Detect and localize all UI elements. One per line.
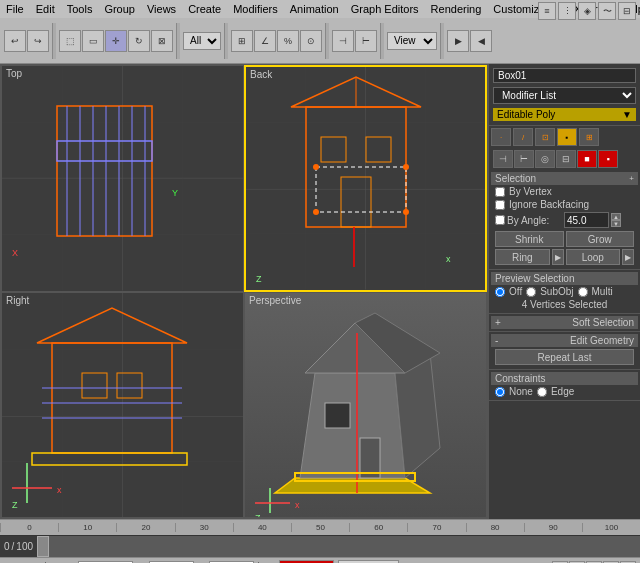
render-scene-btn[interactable]: ▶	[447, 30, 469, 52]
redo-btn[interactable]: ↪	[27, 30, 49, 52]
menu-tools[interactable]: Tools	[61, 3, 99, 15]
ignore-backfacing-checkbox[interactable]	[495, 200, 505, 210]
by-vertex-checkbox[interactable]	[495, 187, 505, 197]
menu-group[interactable]: Group	[98, 3, 141, 15]
menu-views[interactable]: Views	[141, 3, 182, 15]
rotate-btn[interactable]: ↻	[128, 30, 150, 52]
ring-loop-row: Ring ▶ Loop ▶	[495, 249, 634, 265]
auto-key-btn[interactable]: Auto Key	[279, 560, 334, 564]
preview-title-bar[interactable]: Preview Selection	[491, 272, 638, 285]
border-icon[interactable]: ⊡	[535, 128, 555, 146]
select-object-btn[interactable]: ⬚	[59, 30, 81, 52]
percent-snap-btn[interactable]: %	[277, 30, 299, 52]
by-angle-up[interactable]: ▲	[611, 213, 621, 220]
modifier-list-dropdown[interactable]: Modifier List	[493, 87, 636, 104]
vertex-icon[interactable]: ·	[491, 128, 511, 146]
trackbar-inner[interactable]	[37, 536, 640, 557]
menu-file[interactable]: File	[0, 3, 30, 15]
preview-multi-radio[interactable]	[578, 287, 588, 297]
panel-btn-4[interactable]: ⊟	[556, 150, 576, 168]
schematic-btn[interactable]: ⋮	[558, 2, 576, 20]
polygon-icon[interactable]: ▪	[557, 128, 577, 146]
edge-icon[interactable]: /	[513, 128, 533, 146]
viewport-area: Top	[0, 64, 488, 519]
edit-geometry-section: - Edit Geometry Repeat Last	[489, 332, 640, 370]
layer-btn[interactable]: ≡	[538, 2, 556, 20]
repeat-last-btn[interactable]: Repeat Last	[495, 349, 634, 365]
snap-btn[interactable]: ⊞	[231, 30, 253, 52]
selected-dropdown[interactable]: Selected	[338, 560, 399, 564]
svg-rect-60	[325, 403, 350, 428]
svg-marker-44	[37, 308, 187, 343]
constraints-edge-radio[interactable]	[537, 387, 547, 397]
mirror-btn[interactable]: ⊣	[332, 30, 354, 52]
panel-btn-6[interactable]: ▪	[598, 150, 618, 168]
subobject-icons: · / ⊡ ▪ ⊞	[491, 128, 638, 146]
select-filter[interactable]: All	[183, 32, 221, 50]
edit-geometry-title-bar[interactable]: - Edit Geometry	[491, 334, 638, 347]
trackbar-thumb[interactable]	[37, 536, 49, 557]
scale-btn[interactable]: ⊠	[151, 30, 173, 52]
grow-btn[interactable]: Grow	[566, 231, 635, 247]
viewport-back[interactable]: Back	[244, 65, 487, 292]
panel-btn-2[interactable]: ⊢	[514, 150, 534, 168]
dope-sheet-btn[interactable]: ⊟	[618, 2, 636, 20]
viewport-perspective[interactable]: Perspective	[244, 292, 487, 519]
align-btn[interactable]: ⊢	[355, 30, 377, 52]
ruler-mark-50: 50	[291, 523, 349, 532]
object-name-field[interactable]	[493, 68, 636, 83]
spinner-snap-btn[interactable]: ⊙	[300, 30, 322, 52]
loop-arrow-btn[interactable]: ▶	[622, 249, 634, 265]
ruler-mark-80: 80	[466, 523, 524, 532]
quick-render-btn[interactable]: ◀	[470, 30, 492, 52]
element-icon[interactable]: ⊞	[579, 128, 599, 146]
menu-rendering[interactable]: Rendering	[425, 3, 488, 15]
menu-modifiers[interactable]: Modifiers	[227, 3, 284, 15]
viewport-top[interactable]: Top	[1, 65, 244, 292]
viewport-perspective-label: Perspective	[249, 295, 301, 306]
svg-rect-23	[306, 107, 406, 227]
undo-btn[interactable]: ↩	[4, 30, 26, 52]
constraints-none-label: None	[509, 386, 533, 397]
main-area: Top	[0, 64, 640, 519]
ring-btn[interactable]: Ring	[495, 249, 550, 265]
svg-text:x: x	[295, 500, 300, 510]
ruler-mark-0: 0	[0, 523, 58, 532]
preview-off-radio[interactable]	[495, 287, 505, 297]
view-select[interactable]: View	[387, 32, 437, 50]
preview-subobj-radio[interactable]	[526, 287, 536, 297]
track-bar[interactable]: 0 / 100	[0, 535, 640, 557]
panel-btn-5[interactable]: ■	[577, 150, 597, 168]
panel-btn-1[interactable]: ⊣	[493, 150, 513, 168]
timeline-ruler: 0 10 20 30 40 50 60 70 80 90 100	[0, 519, 640, 535]
ring-arrow-btn[interactable]: ▶	[552, 249, 564, 265]
viewport-right[interactable]: Right	[1, 292, 244, 519]
by-angle-checkbox[interactable]	[495, 215, 505, 225]
loop-btn[interactable]: Loop	[566, 249, 621, 265]
move-btn[interactable]: ✛	[105, 30, 127, 52]
select-region-btn[interactable]: ▭	[82, 30, 104, 52]
menu-animation[interactable]: Animation	[284, 3, 345, 15]
shrink-btn[interactable]: Shrink	[495, 231, 564, 247]
viewport-top-drawing: X Y	[2, 66, 243, 291]
by-angle-down[interactable]: ▼	[611, 220, 621, 227]
menu-graph-editors[interactable]: Graph Editors	[345, 3, 425, 15]
menu-create[interactable]: Create	[182, 3, 227, 15]
toolbar-sep-3	[224, 23, 228, 59]
menu-edit[interactable]: Edit	[30, 3, 61, 15]
shrink-grow-row: Shrink Grow	[495, 231, 634, 247]
soft-selection-title-bar[interactable]: + Soft Selection	[491, 316, 638, 329]
editable-poly-row[interactable]: Editable Poly ▼	[493, 108, 636, 121]
angle-snap-btn[interactable]: ∠	[254, 30, 276, 52]
ignore-backfacing-row: Ignore Backfacing	[491, 198, 638, 211]
svg-text:Z: Z	[256, 274, 262, 284]
constraints-none-radio[interactable]	[495, 387, 505, 397]
selection-title-bar[interactable]: Selection +	[491, 172, 638, 185]
svg-point-32	[313, 209, 319, 215]
material-btn[interactable]: ◈	[578, 2, 596, 20]
panel-btn-3[interactable]: ◎	[535, 150, 555, 168]
curve-editor-btn[interactable]: 〜	[598, 2, 616, 20]
svg-rect-26	[321, 137, 346, 162]
by-angle-value[interactable]	[564, 212, 609, 228]
viewport-top-label: Top	[6, 68, 22, 79]
